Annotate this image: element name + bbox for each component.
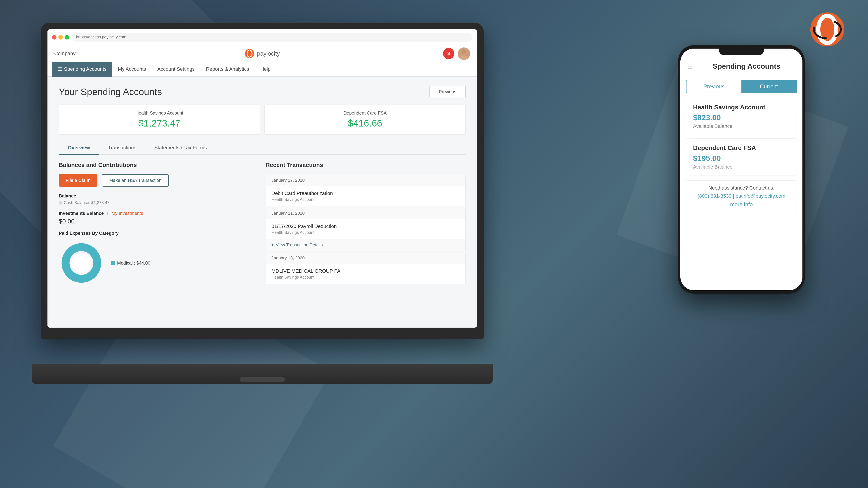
- phone-hamburger-icon[interactable]: ☰: [687, 63, 693, 70]
- investments-amount: $0.00: [59, 218, 259, 225]
- tab-overview[interactable]: Overview: [59, 141, 99, 155]
- transaction-account-1: Health Savings Account: [272, 197, 460, 202]
- transaction-date-2: January 21, 2020: [266, 207, 465, 219]
- nav-reports-analytics[interactable]: Reports & Analytics: [200, 62, 255, 77]
- fsa-account-card[interactable]: Dependent Care FSA $416.66: [265, 105, 466, 135]
- phone-screen: ☰ Spending Accounts Previous Current Hea…: [680, 48, 802, 290]
- balance-section: Balance Cash Balance: $1,273.47: [59, 193, 259, 205]
- phone-previous-toggle[interactable]: Previous: [686, 80, 741, 93]
- transaction-group-2: January 21, 2020 01/17/2020 Payroll Dedu…: [266, 207, 466, 251]
- chart-legend: Medical : $44.00: [111, 260, 150, 266]
- phone-assistance-phone[interactable]: (800) 631-3539: [698, 193, 732, 199]
- phone-assistance-contact: (800) 631-3539 | batinfo@paylocity.com: [693, 193, 790, 199]
- phone-body: ☰ Spending Accounts Previous Current Hea…: [678, 45, 805, 294]
- phone-assistance-separator: |: [733, 193, 736, 199]
- phone-hsa-name: Health Savings Account: [693, 104, 790, 111]
- laptop-body: https://access.paylocity.com Company pay…: [41, 23, 484, 339]
- phone-current-toggle[interactable]: Current: [741, 80, 796, 93]
- investments-label: Investments Balance: [59, 211, 104, 216]
- left-column: Balances and Contributions File a Claim …: [59, 162, 259, 286]
- action-buttons: File a Claim Make an HSA Transaction: [59, 174, 259, 187]
- notification-badge[interactable]: 3: [443, 48, 454, 59]
- phone-assistance-text: Need assistance? Contact us.: [693, 185, 790, 191]
- browser-minimize-btn[interactable]: [58, 35, 63, 39]
- chevron-down-icon: ▾: [272, 242, 274, 248]
- hsa-card-balance: $1,273.47: [67, 118, 252, 129]
- phone-content: ☰ Spending Accounts Previous Current Hea…: [680, 48, 802, 290]
- previous-button[interactable]: Previous: [430, 86, 466, 98]
- corner-logo: [809, 11, 845, 47]
- transaction-item-3: MDLIVE MEDICAL GROUP PA Health Savings A…: [266, 264, 465, 284]
- svg-point-6: [459, 56, 468, 60]
- transactions-section-title: Recent Transactions: [266, 162, 466, 168]
- company-label: Company: [54, 51, 75, 57]
- main-content: Your Spending Accounts Previous Health S…: [48, 77, 477, 328]
- phone-hsa-balance: $823.00: [693, 113, 790, 122]
- transaction-group-1: January 27, 2020 Debit Card Preauthoriza…: [266, 174, 466, 206]
- transaction-name-3: MDLIVE MEDICAL GROUP PA: [272, 268, 460, 274]
- phone-assistance: Need assistance? Contact us. (800) 631-3…: [686, 180, 797, 213]
- hsa-account-card[interactable]: Health Savings Account $1,273.47: [59, 105, 260, 135]
- laptop: https://access.paylocity.com Company pay…: [41, 23, 493, 384]
- phone-fsa-balance: $195.00: [693, 154, 790, 163]
- phone-hsa-card[interactable]: Health Savings Account $823.00 Available…: [686, 98, 797, 135]
- donut-chart-wrapper: Medical : $44.00: [59, 240, 259, 286]
- url-text: https://access.paylocity.com: [76, 35, 126, 39]
- phone-fsa-name: Dependent Care FSA: [693, 144, 790, 152]
- phone-fsa-card[interactable]: Dependent Care FSA $195.00 Available Bal…: [686, 138, 797, 176]
- browser-maximize-btn[interactable]: [65, 35, 69, 39]
- browser-window-controls: [52, 35, 69, 39]
- cash-balance-detail: Cash Balance: $1,273.47: [59, 200, 259, 205]
- phone-assistance-email[interactable]: batinfo@paylocity.com: [736, 193, 785, 199]
- phone-toggle: Previous Current: [686, 80, 797, 93]
- transaction-item-1: Debit Card Preauthorization Health Savin…: [266, 186, 465, 206]
- file-claim-button[interactable]: File a Claim: [59, 174, 97, 187]
- hsa-card-title: Health Savings Account: [67, 110, 252, 116]
- legend-color-dot: [111, 261, 115, 265]
- browser-chrome: https://access.paylocity.com: [48, 29, 477, 45]
- browser-url-bar[interactable]: https://access.paylocity.com: [72, 33, 472, 41]
- nav-help[interactable]: Help: [255, 62, 276, 77]
- view-transaction-details[interactable]: ▾ View Transaction Details: [266, 239, 465, 251]
- transaction-date-3: January 13, 2020: [266, 252, 465, 264]
- my-investments-link[interactable]: My Investments: [112, 211, 143, 216]
- account-cards-row: Health Savings Account $1,273.47 Depende…: [59, 105, 466, 135]
- page-title-row: Your Spending Accounts Previous: [59, 86, 466, 98]
- svg-point-8: [71, 253, 92, 273]
- phone: ☰ Spending Accounts Previous Current Hea…: [678, 45, 805, 294]
- paylocity-logo-icon: [245, 48, 255, 59]
- transaction-date-1: January 27, 2020: [266, 174, 465, 186]
- transaction-name-2: 01/17/2020 Payroll Deduction: [272, 223, 460, 229]
- hsa-transaction-button[interactable]: Make an HSA Transaction: [102, 174, 168, 187]
- nav-spending-accounts[interactable]: ☰ Spending Accounts: [52, 62, 112, 77]
- svg-point-5: [461, 49, 466, 54]
- nav-bar: ☰ Spending Accounts My Accounts Account …: [48, 62, 477, 77]
- transaction-item-2: 01/17/2020 Payroll Deduction Health Savi…: [266, 219, 465, 239]
- phone-hsa-balance-label: Available Balance: [693, 123, 790, 129]
- transaction-account-3: Health Savings Account: [272, 275, 460, 280]
- phone-notch: [719, 45, 764, 55]
- browser-close-btn[interactable]: [52, 35, 57, 39]
- transaction-group-3: January 13, 2020 MDLIVE MEDICAL GROUP PA…: [266, 252, 466, 284]
- balance-label: Balance: [59, 193, 259, 199]
- paylocity-logo-text: paylocity: [257, 50, 280, 57]
- transaction-name-1: Debit Card Preauthorization: [272, 191, 460, 196]
- phone-fsa-balance-label: Available Balance: [693, 164, 790, 170]
- paylocity-logo: paylocity: [245, 48, 280, 59]
- balances-section-title: Balances and Contributions: [59, 162, 259, 168]
- phone-header-title: Spending Accounts: [698, 62, 796, 70]
- tab-statements[interactable]: Statements / Tax Forms: [145, 141, 216, 155]
- legend-text: Medical : $44.00: [117, 260, 150, 266]
- hamburger-icon: ☰: [58, 66, 62, 72]
- investments-separator: |: [107, 212, 108, 216]
- nav-account-settings[interactable]: Account Settings: [152, 62, 200, 77]
- header-right: 3: [443, 47, 470, 60]
- tab-transactions[interactable]: Transactions: [99, 141, 145, 155]
- laptop-base: [32, 364, 493, 384]
- donut-chart: [59, 240, 104, 286]
- fsa-card-balance: $416.66: [273, 118, 458, 129]
- nav-my-accounts[interactable]: My Accounts: [112, 62, 152, 77]
- phone-more-info-link[interactable]: more info: [693, 201, 790, 207]
- expenses-title: Paid Expenses By Category: [59, 231, 259, 236]
- app-header: Company paylocity 3: [48, 45, 477, 62]
